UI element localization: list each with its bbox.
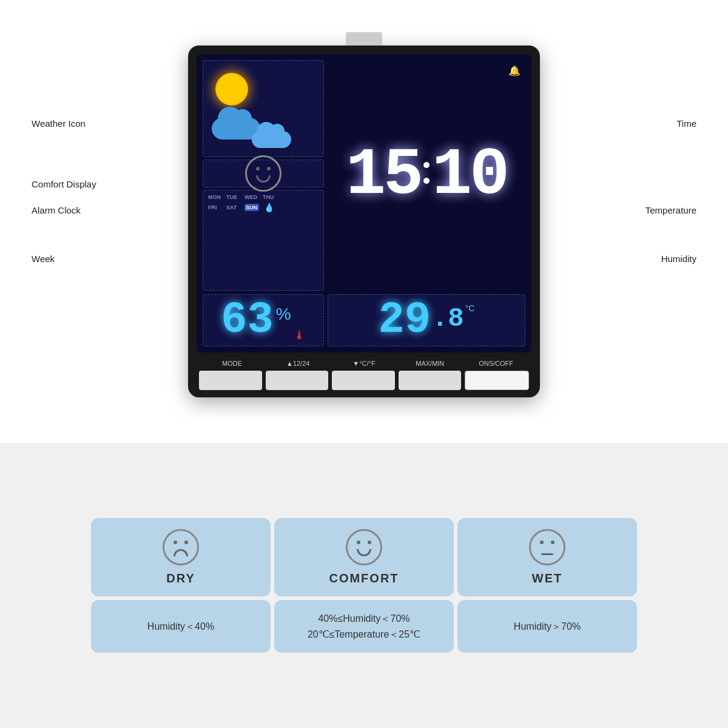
comfort-face-eyes <box>357 541 371 544</box>
dry-card: DRY <box>91 518 271 596</box>
on-off-button[interactable] <box>465 371 529 390</box>
comfort-left-eye <box>357 541 360 544</box>
day-thu: THU <box>263 194 277 200</box>
humidity-label: Humidity <box>661 254 696 264</box>
btn-label-1224: ▲12/24 <box>265 360 331 367</box>
cards-container: DRY COMFORT WET <box>91 518 637 653</box>
alarm-icon: 🔔 <box>508 65 521 76</box>
day-wed: WED <box>244 194 259 200</box>
cloud2-icon <box>252 131 291 148</box>
time-hours: 15 <box>346 142 421 209</box>
dry-left-eye <box>174 541 177 544</box>
wet-right-eye <box>551 541 554 544</box>
comfort-smiley-box <box>203 160 324 187</box>
time-minutes: 10 <box>432 142 507 209</box>
sun-icon <box>215 73 248 106</box>
device: MON TUE WED THU FRI SAT SUN 💧 🔔 <box>188 46 540 397</box>
comfort-face <box>245 155 281 192</box>
comfort-desc-text: 40%≤Humidity＜70%20℃≤Temperature＜25℃ <box>308 611 420 642</box>
dry-face-eyes <box>174 541 188 544</box>
weather-icon-box <box>203 60 324 157</box>
buttons-area: MODE ▲12/24 ▼°C/°F MAX/MIN ONS/COFF <box>197 357 531 397</box>
time-label: Time <box>676 118 696 129</box>
wet-title: WET <box>532 571 562 585</box>
right-eye <box>267 167 271 170</box>
colon-dot-bottom <box>423 178 430 184</box>
buttons-row <box>199 371 529 390</box>
left-eye <box>256 167 260 170</box>
face-mouth <box>256 175 271 183</box>
week-label: Week <box>32 254 55 264</box>
alarm-clock-label: Alarm Clock <box>32 205 81 215</box>
max-min-button[interactable] <box>399 371 462 390</box>
day-sat: SAT <box>226 204 241 211</box>
wet-description: Humidity＞70% <box>457 600 637 653</box>
btn-label-mode: MODE <box>199 360 265 367</box>
dry-title: DRY <box>166 571 195 585</box>
day-tue: TUE <box>226 194 241 200</box>
top-section: Weather Icon Comfort Display Alarm Clock… <box>0 0 728 443</box>
time-colon <box>423 162 430 189</box>
bottom-section: DRY COMFORT WET <box>0 443 728 728</box>
day-mon: MON <box>208 194 223 200</box>
week-top-row: MON TUE WED THU <box>208 194 318 200</box>
wet-face-eyes <box>540 541 554 544</box>
comfort-display-label: Comfort Display <box>32 179 96 189</box>
comfort-right-eye <box>368 541 371 544</box>
day-sun: SUN <box>244 204 259 211</box>
dry-desc-text: Humidity＜40% <box>147 619 214 635</box>
temperature-unit: °C <box>465 303 475 313</box>
wet-face-mouth <box>541 553 553 555</box>
temperature-label: Temperature <box>645 205 696 215</box>
humidity-box: 63 % 🌡 <box>203 294 324 346</box>
screen: MON TUE WED THU FRI SAT SUN 💧 🔔 <box>197 54 531 352</box>
button-labels-row: MODE ▲12/24 ▼°C/°F MAX/MIN ONS/COFF <box>199 360 529 367</box>
temperature-decimal: .8 <box>432 303 464 334</box>
right-panel: 🔔 15 10 <box>328 60 525 291</box>
wet-desc-text: Humidity＞70% <box>514 619 581 635</box>
wet-card: WET <box>457 518 637 596</box>
dry-description: Humidity＜40% <box>91 600 271 653</box>
weather-icon-label: Weather Icon <box>32 118 86 129</box>
temp-unit-button[interactable] <box>332 371 395 390</box>
temperature-box: 29 .8 °C <box>328 294 525 346</box>
dry-face <box>163 529 199 565</box>
dry-face-mouth <box>174 549 188 556</box>
btn-label-temp: ▼°C/°F <box>331 360 397 367</box>
droplet-icon: 💧 <box>264 203 274 212</box>
comfort-face-card <box>346 529 382 565</box>
temperature-value: 29 <box>379 298 431 342</box>
face-eyes <box>256 167 271 170</box>
comfort-card: COMFORT <box>274 518 454 596</box>
week-bottom-row: FRI SAT SUN 💧 <box>208 203 318 212</box>
colon-dot-top <box>423 162 430 168</box>
time-format-button[interactable] <box>266 371 329 390</box>
comfort-description: 40%≤Humidity＜70%20℃≤Temperature＜25℃ <box>274 600 454 653</box>
wet-left-eye <box>540 541 544 544</box>
thermometer-icon: 🌡 <box>294 328 306 342</box>
week-box: MON TUE WED THU FRI SAT SUN 💧 <box>203 190 324 291</box>
humidity-value: 63 <box>221 298 273 342</box>
comfort-face-mouth <box>357 549 371 556</box>
humidity-unit: % <box>276 305 291 324</box>
day-fri: FRI <box>208 204 223 211</box>
mode-button[interactable] <box>199 371 262 390</box>
bottom-row: 63 % 🌡 29 .8 °C <box>203 294 525 346</box>
btn-label-onoff: ONS/COFF <box>463 360 529 367</box>
time-display: 15 10 <box>346 142 507 209</box>
comfort-title: COMFORT <box>329 571 399 585</box>
dry-right-eye <box>184 541 188 544</box>
left-panel: MON TUE WED THU FRI SAT SUN 💧 <box>203 60 324 291</box>
wet-face <box>529 529 565 565</box>
btn-label-maxmin: MAX/MIN <box>397 360 463 367</box>
